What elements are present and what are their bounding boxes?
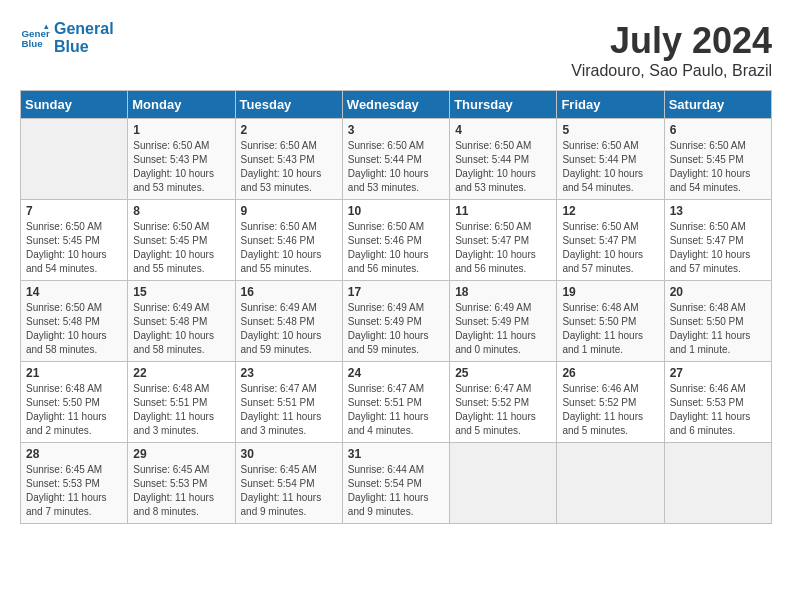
calendar-cell: 1Sunrise: 6:50 AM Sunset: 5:43 PM Daylig… <box>128 119 235 200</box>
calendar-cell: 20Sunrise: 6:48 AM Sunset: 5:50 PM Dayli… <box>664 281 771 362</box>
col-monday: Monday <box>128 91 235 119</box>
calendar-cell <box>557 443 664 524</box>
day-number: 8 <box>133 204 229 218</box>
day-number: 24 <box>348 366 444 380</box>
day-info: Sunrise: 6:50 AM Sunset: 5:43 PM Dayligh… <box>133 139 229 195</box>
calendar-cell: 13Sunrise: 6:50 AM Sunset: 5:47 PM Dayli… <box>664 200 771 281</box>
day-info: Sunrise: 6:50 AM Sunset: 5:46 PM Dayligh… <box>241 220 337 276</box>
calendar-cell: 5Sunrise: 6:50 AM Sunset: 5:44 PM Daylig… <box>557 119 664 200</box>
day-number: 7 <box>26 204 122 218</box>
calendar-cell: 23Sunrise: 6:47 AM Sunset: 5:51 PM Dayli… <box>235 362 342 443</box>
calendar-cell: 30Sunrise: 6:45 AM Sunset: 5:54 PM Dayli… <box>235 443 342 524</box>
day-info: Sunrise: 6:50 AM Sunset: 5:45 PM Dayligh… <box>670 139 766 195</box>
day-info: Sunrise: 6:47 AM Sunset: 5:51 PM Dayligh… <box>348 382 444 438</box>
day-info: Sunrise: 6:50 AM Sunset: 5:47 PM Dayligh… <box>455 220 551 276</box>
calendar-cell: 24Sunrise: 6:47 AM Sunset: 5:51 PM Dayli… <box>342 362 449 443</box>
day-info: Sunrise: 6:48 AM Sunset: 5:50 PM Dayligh… <box>562 301 658 357</box>
calendar-cell: 16Sunrise: 6:49 AM Sunset: 5:48 PM Dayli… <box>235 281 342 362</box>
day-number: 21 <box>26 366 122 380</box>
day-info: Sunrise: 6:50 AM Sunset: 5:44 PM Dayligh… <box>455 139 551 195</box>
day-info: Sunrise: 6:49 AM Sunset: 5:49 PM Dayligh… <box>455 301 551 357</box>
day-info: Sunrise: 6:50 AM Sunset: 5:47 PM Dayligh… <box>562 220 658 276</box>
day-info: Sunrise: 6:50 AM Sunset: 5:45 PM Dayligh… <box>133 220 229 276</box>
day-info: Sunrise: 6:50 AM Sunset: 5:46 PM Dayligh… <box>348 220 444 276</box>
day-number: 25 <box>455 366 551 380</box>
calendar-cell <box>450 443 557 524</box>
calendar-cell: 18Sunrise: 6:49 AM Sunset: 5:49 PM Dayli… <box>450 281 557 362</box>
day-number: 2 <box>241 123 337 137</box>
calendar-cell <box>664 443 771 524</box>
day-number: 26 <box>562 366 658 380</box>
calendar-cell: 29Sunrise: 6:45 AM Sunset: 5:53 PM Dayli… <box>128 443 235 524</box>
calendar-cell: 6Sunrise: 6:50 AM Sunset: 5:45 PM Daylig… <box>664 119 771 200</box>
day-number: 31 <box>348 447 444 461</box>
calendar-cell: 4Sunrise: 6:50 AM Sunset: 5:44 PM Daylig… <box>450 119 557 200</box>
calendar-week-3: 14Sunrise: 6:50 AM Sunset: 5:48 PM Dayli… <box>21 281 772 362</box>
calendar-cell: 8Sunrise: 6:50 AM Sunset: 5:45 PM Daylig… <box>128 200 235 281</box>
day-number: 11 <box>455 204 551 218</box>
logo-text-general: General <box>54 20 114 37</box>
day-info: Sunrise: 6:46 AM Sunset: 5:52 PM Dayligh… <box>562 382 658 438</box>
day-info: Sunrise: 6:45 AM Sunset: 5:53 PM Dayligh… <box>133 463 229 519</box>
day-info: Sunrise: 6:47 AM Sunset: 5:52 PM Dayligh… <box>455 382 551 438</box>
day-number: 29 <box>133 447 229 461</box>
calendar-cell: 31Sunrise: 6:44 AM Sunset: 5:54 PM Dayli… <box>342 443 449 524</box>
calendar-cell: 25Sunrise: 6:47 AM Sunset: 5:52 PM Dayli… <box>450 362 557 443</box>
calendar-week-4: 21Sunrise: 6:48 AM Sunset: 5:50 PM Dayli… <box>21 362 772 443</box>
day-info: Sunrise: 6:44 AM Sunset: 5:54 PM Dayligh… <box>348 463 444 519</box>
svg-marker-2 <box>44 24 49 29</box>
calendar-week-1: 1Sunrise: 6:50 AM Sunset: 5:43 PM Daylig… <box>21 119 772 200</box>
calendar-cell <box>21 119 128 200</box>
calendar-cell: 21Sunrise: 6:48 AM Sunset: 5:50 PM Dayli… <box>21 362 128 443</box>
day-info: Sunrise: 6:45 AM Sunset: 5:53 PM Dayligh… <box>26 463 122 519</box>
calendar-cell: 27Sunrise: 6:46 AM Sunset: 5:53 PM Dayli… <box>664 362 771 443</box>
calendar-cell: 26Sunrise: 6:46 AM Sunset: 5:52 PM Dayli… <box>557 362 664 443</box>
calendar-cell: 7Sunrise: 6:50 AM Sunset: 5:45 PM Daylig… <box>21 200 128 281</box>
title-block: July 2024 Viradouro, Sao Paulo, Brazil <box>571 20 772 80</box>
col-friday: Friday <box>557 91 664 119</box>
day-info: Sunrise: 6:49 AM Sunset: 5:48 PM Dayligh… <box>241 301 337 357</box>
day-number: 10 <box>348 204 444 218</box>
day-info: Sunrise: 6:48 AM Sunset: 5:51 PM Dayligh… <box>133 382 229 438</box>
page-header: General Blue General Blue July 2024 Vira… <box>20 20 772 80</box>
calendar-table: Sunday Monday Tuesday Wednesday Thursday… <box>20 90 772 524</box>
day-number: 18 <box>455 285 551 299</box>
col-saturday: Saturday <box>664 91 771 119</box>
day-number: 28 <box>26 447 122 461</box>
month-title: July 2024 <box>571 20 772 62</box>
header-row: Sunday Monday Tuesday Wednesday Thursday… <box>21 91 772 119</box>
day-info: Sunrise: 6:49 AM Sunset: 5:48 PM Dayligh… <box>133 301 229 357</box>
calendar-cell: 11Sunrise: 6:50 AM Sunset: 5:47 PM Dayli… <box>450 200 557 281</box>
calendar-cell: 28Sunrise: 6:45 AM Sunset: 5:53 PM Dayli… <box>21 443 128 524</box>
day-info: Sunrise: 6:50 AM Sunset: 5:45 PM Dayligh… <box>26 220 122 276</box>
calendar-week-2: 7Sunrise: 6:50 AM Sunset: 5:45 PM Daylig… <box>21 200 772 281</box>
day-number: 6 <box>670 123 766 137</box>
day-number: 17 <box>348 285 444 299</box>
day-info: Sunrise: 6:50 AM Sunset: 5:43 PM Dayligh… <box>241 139 337 195</box>
calendar-cell: 2Sunrise: 6:50 AM Sunset: 5:43 PM Daylig… <box>235 119 342 200</box>
calendar-cell: 14Sunrise: 6:50 AM Sunset: 5:48 PM Dayli… <box>21 281 128 362</box>
day-info: Sunrise: 6:48 AM Sunset: 5:50 PM Dayligh… <box>670 301 766 357</box>
day-info: Sunrise: 6:50 AM Sunset: 5:44 PM Dayligh… <box>348 139 444 195</box>
day-info: Sunrise: 6:50 AM Sunset: 5:44 PM Dayligh… <box>562 139 658 195</box>
day-number: 30 <box>241 447 337 461</box>
day-number: 27 <box>670 366 766 380</box>
day-number: 20 <box>670 285 766 299</box>
day-number: 14 <box>26 285 122 299</box>
day-info: Sunrise: 6:46 AM Sunset: 5:53 PM Dayligh… <box>670 382 766 438</box>
location: Viradouro, Sao Paulo, Brazil <box>571 62 772 80</box>
calendar-week-5: 28Sunrise: 6:45 AM Sunset: 5:53 PM Dayli… <box>21 443 772 524</box>
svg-text:Blue: Blue <box>22 38 44 49</box>
calendar-cell: 9Sunrise: 6:50 AM Sunset: 5:46 PM Daylig… <box>235 200 342 281</box>
day-number: 4 <box>455 123 551 137</box>
svg-text:General: General <box>22 27 51 38</box>
calendar-cell: 19Sunrise: 6:48 AM Sunset: 5:50 PM Dayli… <box>557 281 664 362</box>
day-info: Sunrise: 6:50 AM Sunset: 5:48 PM Dayligh… <box>26 301 122 357</box>
col-sunday: Sunday <box>21 91 128 119</box>
calendar-cell: 17Sunrise: 6:49 AM Sunset: 5:49 PM Dayli… <box>342 281 449 362</box>
calendar-cell: 22Sunrise: 6:48 AM Sunset: 5:51 PM Dayli… <box>128 362 235 443</box>
day-number: 23 <box>241 366 337 380</box>
col-wednesday: Wednesday <box>342 91 449 119</box>
day-number: 1 <box>133 123 229 137</box>
calendar-cell: 12Sunrise: 6:50 AM Sunset: 5:47 PM Dayli… <box>557 200 664 281</box>
